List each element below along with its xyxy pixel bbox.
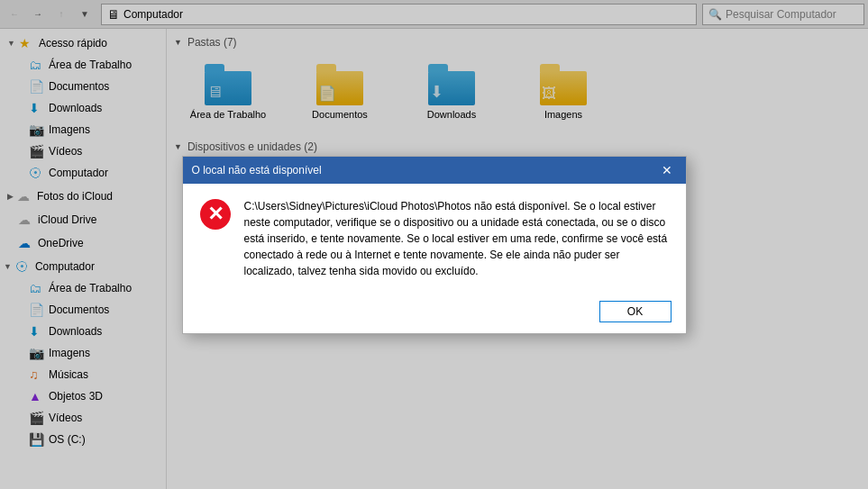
ok-button[interactable]: OK: [599, 301, 672, 322]
dialog-titlebar: O local não está disponível ✕: [183, 157, 686, 184]
svg-text:✕: ✕: [207, 203, 224, 225]
dialog-title: O local não está disponível: [192, 164, 322, 177]
dialog-overlay: O local não está disponível ✕ ✕ C:\Users…: [0, 0, 868, 489]
dialog-footer: OK: [183, 294, 686, 333]
error-icon: ✕: [197, 198, 233, 279]
dialog-body: ✕ C:\Users\Sidney\Pictures\iCloud Photos…: [183, 184, 686, 294]
dialog-close-button[interactable]: ✕: [657, 162, 677, 178]
error-dialog: O local não está disponível ✕ ✕ C:\Users…: [182, 156, 687, 334]
dialog-message: C:\Users\Sidney\Pictures\iCloud Photos\P…: [244, 198, 672, 279]
